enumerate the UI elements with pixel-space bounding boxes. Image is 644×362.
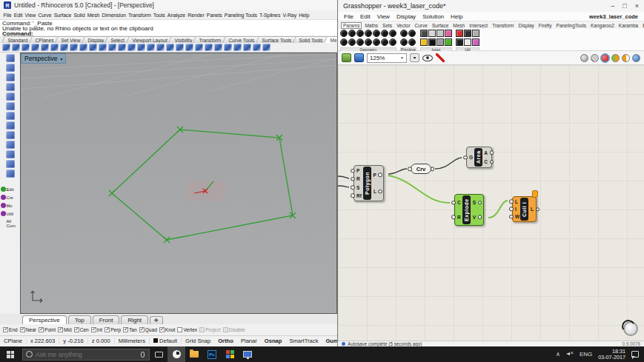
sidebar-group-button[interactable]: All Com xyxy=(1,219,20,228)
category-tab[interactable]: Display xyxy=(517,23,536,28)
photos-app-button[interactable] xyxy=(221,346,239,362)
component-label[interactable]: Explode xyxy=(462,195,471,224)
toolbar-tab[interactable]: Mesh Tools xyxy=(324,36,337,43)
tool-icon[interactable] xyxy=(79,44,87,51)
status-toggle[interactable]: Grid Snap xyxy=(182,338,214,344)
category-tab[interactable]: Params xyxy=(341,22,362,29)
param-icon[interactable] xyxy=(340,30,348,37)
sidebar-group-button[interactable]: Cre xyxy=(1,195,20,200)
viewport-tab[interactable]: Perspective xyxy=(22,315,67,324)
osnap-toggle[interactable]: Mid xyxy=(58,327,72,332)
solid-tool-icon[interactable] xyxy=(6,73,15,81)
osnap-toggle[interactable]: Perp xyxy=(104,327,121,332)
tool-icon[interactable] xyxy=(195,44,203,51)
osnap-toggle[interactable]: Disable xyxy=(223,327,245,332)
rhino-title-bar[interactable]: R Untitled - Rhinoceros 5.0 [Cracked] - … xyxy=(0,0,337,10)
checkbox-icon[interactable] xyxy=(223,327,228,332)
status-toggle[interactable]: SmartTrack xyxy=(285,338,322,344)
status-toggle[interactable]: Gumball xyxy=(322,338,337,344)
input-port[interactable]: W xyxy=(514,214,520,219)
input-port[interactable]: S xyxy=(355,185,363,190)
rhino-menu-item[interactable]: Panels xyxy=(205,13,223,18)
input-port[interactable]: P xyxy=(355,168,363,173)
close-button[interactable]: × xyxy=(635,2,639,10)
category-tab[interactable]: Curve xyxy=(414,23,429,28)
output-port[interactable]: L xyxy=(528,207,535,212)
param-icon[interactable] xyxy=(408,38,416,46)
grasshopper-menu-item[interactable]: Help xyxy=(451,13,462,20)
osnap-toggle[interactable]: Project xyxy=(199,327,221,332)
tool-icon[interactable] xyxy=(253,44,261,51)
save-file-icon[interactable] xyxy=(354,53,364,62)
category-tab[interactable]: Vector xyxy=(395,23,411,28)
param-icon[interactable] xyxy=(408,30,416,37)
preview-shaded-icon[interactable] xyxy=(601,54,609,62)
rhino-menu-item[interactable]: Tools xyxy=(152,13,166,18)
tool-icon[interactable] xyxy=(224,44,232,51)
toolbar-tab[interactable]: Surface Tools xyxy=(256,36,299,43)
curve-param-component[interactable]: Crv xyxy=(411,164,431,174)
checkbox-icon[interactable] xyxy=(20,327,25,332)
input-port[interactable]: G xyxy=(468,155,474,160)
grasshopper-menu-item[interactable]: File xyxy=(344,13,353,20)
tool-icon[interactable] xyxy=(166,44,174,51)
rhino-menu-item[interactable]: File xyxy=(2,13,13,18)
rhino-menu-item[interactable]: Paneling Tools xyxy=(223,13,258,18)
category-tab[interactable]: Intersect xyxy=(468,23,489,28)
osnap-toggle[interactable]: Knot xyxy=(159,327,176,332)
search-input[interactable] xyxy=(36,351,138,358)
tool-icon[interactable] xyxy=(127,44,136,51)
input-port[interactable]: L xyxy=(514,199,520,204)
checkbox-icon[interactable] xyxy=(74,327,79,332)
output-port[interactable]: S xyxy=(471,200,477,205)
param-icon[interactable] xyxy=(464,38,471,46)
grasshopper-menu-item[interactable]: Display xyxy=(396,13,416,20)
solid-tool-icon[interactable] xyxy=(6,131,15,139)
open-file-icon[interactable] xyxy=(342,53,351,62)
sidebar-group-button[interactable]: Utili xyxy=(1,211,20,216)
minimize-button[interactable]: – xyxy=(611,2,614,10)
area-component[interactable]: G Area AC xyxy=(466,147,492,168)
category-tab[interactable]: Sets xyxy=(381,23,394,28)
tool-icon[interactable] xyxy=(243,44,251,51)
tool-icon[interactable] xyxy=(185,44,193,51)
param-icon[interactable] xyxy=(472,30,479,37)
start-button[interactable] xyxy=(0,346,21,362)
input-port[interactable]: Rf xyxy=(355,193,363,198)
param-icon[interactable] xyxy=(348,30,356,37)
viewport-tab[interactable]: Top xyxy=(68,315,91,324)
param-icon[interactable] xyxy=(456,30,463,37)
tool-icon[interactable] xyxy=(262,44,270,51)
layer-indicator[interactable]: Default xyxy=(150,338,182,344)
rhino-menu-item[interactable]: Curve xyxy=(37,13,53,18)
category-tab[interactable]: Mesh xyxy=(451,23,466,28)
volume-muted-icon[interactable] xyxy=(566,351,574,358)
viewport-tab[interactable]: Front xyxy=(93,315,120,324)
osnap-toggle[interactable]: Quad xyxy=(139,327,157,332)
checkbox-icon[interactable] xyxy=(177,327,182,332)
param-icon[interactable] xyxy=(428,38,436,46)
tool-icon[interactable] xyxy=(12,44,20,51)
preview-off-icon[interactable] xyxy=(580,54,588,62)
solid-tool-icon[interactable] xyxy=(6,160,15,168)
param-icon[interactable] xyxy=(373,38,380,46)
solid-tool-icon[interactable] xyxy=(6,121,15,130)
output-port[interactable]: L xyxy=(371,189,378,194)
input-port[interactable]: R xyxy=(456,215,462,220)
tray-chevron-icon[interactable]: ∧ xyxy=(556,351,560,358)
explode-component[interactable]: CR Explode SV xyxy=(454,194,484,226)
rhino-menu-item[interactable]: Analyze xyxy=(166,13,186,18)
category-tab[interactable]: Maths xyxy=(363,23,379,28)
rhino-menu-item[interactable]: Help xyxy=(298,13,311,18)
checkbox-icon[interactable] xyxy=(58,327,63,332)
param-icon[interactable] xyxy=(400,38,408,46)
tool-icon[interactable] xyxy=(60,44,68,51)
grasshopper-menu-item[interactable]: View xyxy=(377,13,390,20)
solid-tool-icon[interactable] xyxy=(6,83,15,91)
rhino-menu-item[interactable]: T-Splines xyxy=(258,13,281,18)
rhino-menu-item[interactable]: Render xyxy=(187,13,206,18)
param-icon[interactable] xyxy=(436,38,444,46)
param-icon[interactable] xyxy=(472,38,479,46)
input-port[interactable]: I xyxy=(514,207,520,212)
osnap-toggle[interactable]: Point xyxy=(39,327,56,332)
